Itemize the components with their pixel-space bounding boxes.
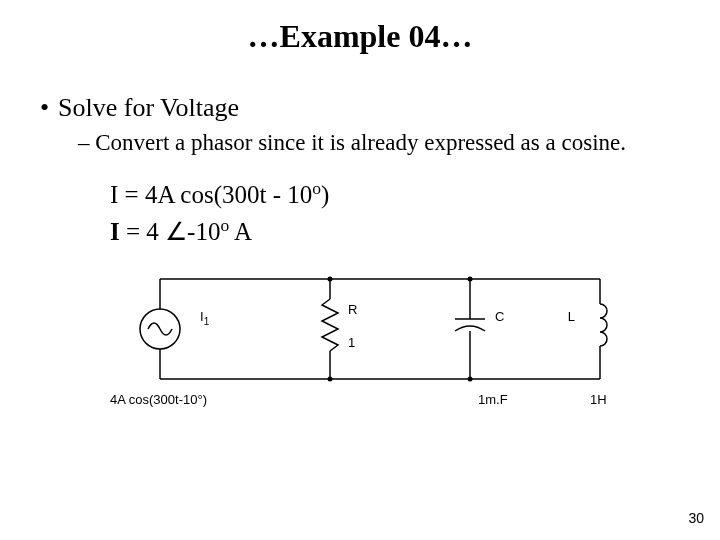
r-label: R [348, 302, 357, 317]
eq2-sup: o [220, 215, 229, 235]
l-label: L [568, 309, 575, 324]
eq1-post: ) [321, 181, 329, 208]
equation-line-1: I = 4A cos(300t - 10o) [110, 176, 690, 214]
c-value: 1m.F [478, 392, 508, 407]
eq2-post: -10 [187, 218, 220, 245]
l-value: 1H [590, 392, 607, 407]
svg-point-12 [328, 276, 333, 281]
source-value: 4A cos(300t-10°) [110, 392, 207, 407]
bullet-level-2: – Convert a phasor since it is already e… [78, 129, 690, 158]
c-label: C [495, 309, 504, 324]
eq2-pre: I [110, 218, 120, 245]
equation-line-2: I = 4 ∠-10o A [110, 213, 690, 251]
eq2-mid: = 4 [120, 218, 165, 245]
bullet2-text: Convert a phasor since it is already exp… [95, 130, 626, 155]
bullet-dot: • [40, 93, 58, 123]
body: •Solve for Voltage – Convert a phasor si… [0, 55, 720, 419]
eq2-unit: A [229, 218, 252, 245]
angle-symbol: ∠ [165, 217, 187, 245]
r-value: 1 [348, 335, 355, 350]
source-label: I1 [200, 309, 210, 327]
equation-block: I = 4A cos(300t - 10o) I = 4 ∠-10o A [110, 176, 690, 251]
svg-point-14 [468, 276, 473, 281]
bullet-level-1: •Solve for Voltage [40, 93, 690, 123]
page-title: …Example 04… [0, 0, 720, 55]
eq1-pre: I = 4A cos(300t - 10 [110, 181, 312, 208]
svg-point-13 [328, 376, 333, 381]
svg-point-15 [468, 376, 473, 381]
circuit-diagram: I1 4A cos(300t-10°) R 1 C 1m.F L 1H [100, 259, 620, 419]
slide: …Example 04… •Solve for Voltage – Conver… [0, 0, 720, 540]
bullet1-text: Solve for Voltage [58, 93, 239, 122]
page-number: 30 [688, 510, 704, 526]
eq1-sup: o [312, 177, 321, 197]
